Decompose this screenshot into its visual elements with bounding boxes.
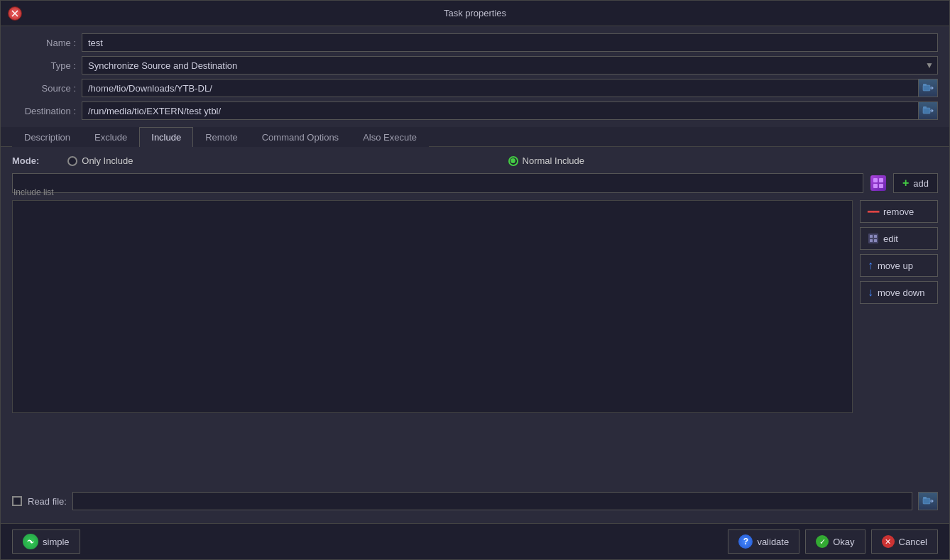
bottom-bar: simple ? validate ✓ Okay ✕ Cancel — [1, 523, 949, 559]
cancel-icon: ✕ — [882, 535, 895, 548]
simple-icon — [23, 534, 38, 549]
read-file-label: Read file: — [28, 496, 67, 507]
window-title: Task properties — [444, 8, 506, 18]
include-list-label: Include list — [13, 187, 54, 197]
read-file-row: Read file: — [12, 488, 938, 515]
add-input[interactable] — [12, 173, 863, 193]
svg-rect-12 — [874, 239, 877, 242]
name-label: Name : — [12, 38, 76, 48]
svg-rect-6 — [873, 184, 878, 188]
form-area: Name : Type : Synchronize Source and Des… — [1, 26, 949, 127]
add-row: + add — [12, 173, 938, 193]
bottom-left: simple — [12, 529, 80, 554]
simple-button[interactable]: simple — [12, 529, 80, 554]
svg-rect-14 — [923, 497, 927, 499]
only-include-radio[interactable]: Only Include — [67, 155, 133, 166]
normal-include-radio-circle — [508, 156, 518, 166]
action-buttons: ━━ remove edit — [860, 200, 938, 481]
svg-rect-4 — [873, 178, 878, 182]
include-list[interactable] — [12, 200, 853, 413]
okay-button[interactable]: ✓ Okay — [805, 529, 865, 554]
add-button[interactable]: + add — [893, 173, 938, 193]
read-file-checkbox[interactable] — [12, 496, 22, 506]
svg-rect-10 — [874, 235, 877, 238]
source-row: Source : — [12, 79, 938, 97]
list-section: Include list ━━ remove — [12, 200, 938, 481]
main-window: Task properties Name : Type : Synchroniz… — [0, 0, 950, 560]
type-label: Type : — [12, 60, 76, 71]
type-select-wrapper: Synchronize Source and Destination ▼ — [82, 56, 938, 75]
normal-include-label: Normal Include — [523, 155, 584, 166]
validate-button[interactable]: ? validate — [728, 529, 799, 554]
tab-also-execute[interactable]: Also Execute — [351, 127, 429, 147]
source-label: Source : — [12, 83, 76, 94]
source-input[interactable] — [82, 79, 918, 97]
edit-icon — [868, 233, 879, 244]
move-up-icon: ↑ — [868, 259, 873, 272]
svg-rect-1 — [923, 84, 927, 86]
tab-exclude[interactable]: Exclude — [82, 127, 139, 147]
add-browse-icon-button[interactable] — [869, 174, 888, 192]
svg-rect-8 — [868, 234, 878, 243]
only-include-radio-circle — [67, 156, 77, 166]
type-row: Type : Synchronize Source and Destinatio… — [12, 56, 938, 75]
source-input-group — [82, 79, 938, 97]
move-down-button[interactable]: ↓ move down — [860, 281, 938, 304]
tab-include[interactable]: Include — [139, 127, 193, 147]
add-plus-icon: + — [902, 177, 909, 190]
remove-icon: ━━ — [868, 207, 879, 217]
destination-input[interactable] — [82, 101, 918, 120]
tab-description[interactable]: Description — [12, 127, 82, 147]
edit-button[interactable]: edit — [860, 227, 938, 250]
source-browse-button[interactable] — [918, 79, 938, 97]
cancel-button[interactable]: ✕ Cancel — [871, 529, 938, 554]
close-button[interactable] — [8, 6, 22, 21]
svg-rect-5 — [879, 178, 883, 182]
move-up-button[interactable]: ↑ move up — [860, 254, 938, 277]
titlebar: Task properties — [1, 1, 949, 26]
destination-input-group — [82, 101, 938, 120]
svg-rect-9 — [870, 235, 873, 238]
tab-command-options[interactable]: Command Options — [250, 127, 351, 147]
validate-icon: ? — [738, 534, 753, 549]
bottom-right: ? validate ✓ Okay ✕ Cancel — [728, 529, 938, 554]
tab-content-include: Mode: Only Include Normal Include — [1, 147, 949, 523]
type-select[interactable]: Synchronize Source and Destination — [82, 56, 938, 75]
svg-rect-3 — [923, 106, 927, 109]
tab-remote[interactable]: Remote — [193, 127, 250, 147]
svg-rect-0 — [923, 85, 930, 91]
move-down-icon: ↓ — [868, 286, 873, 299]
svg-rect-13 — [923, 498, 930, 504]
read-file-browse-button[interactable] — [918, 492, 938, 510]
read-file-input[interactable] — [72, 492, 912, 510]
name-input[interactable] — [82, 33, 938, 52]
destination-row: Destination : — [12, 101, 938, 120]
svg-rect-2 — [923, 108, 930, 114]
normal-include-radio[interactable]: Normal Include — [508, 155, 584, 166]
mode-label: Mode: — [12, 155, 39, 166]
remove-button[interactable]: ━━ remove — [860, 200, 938, 223]
svg-rect-7 — [879, 184, 883, 188]
destination-label: Destination : — [12, 106, 76, 116]
destination-browse-button[interactable] — [918, 101, 938, 120]
okay-icon: ✓ — [816, 535, 829, 548]
mode-row: Mode: Only Include Normal Include — [12, 155, 938, 166]
svg-rect-11 — [870, 239, 873, 242]
list-container: Include list — [12, 200, 853, 481]
tabs-bar: Description Exclude Include Remote Comma… — [1, 127, 949, 147]
name-row: Name : — [12, 33, 938, 52]
only-include-label: Only Include — [82, 155, 133, 166]
